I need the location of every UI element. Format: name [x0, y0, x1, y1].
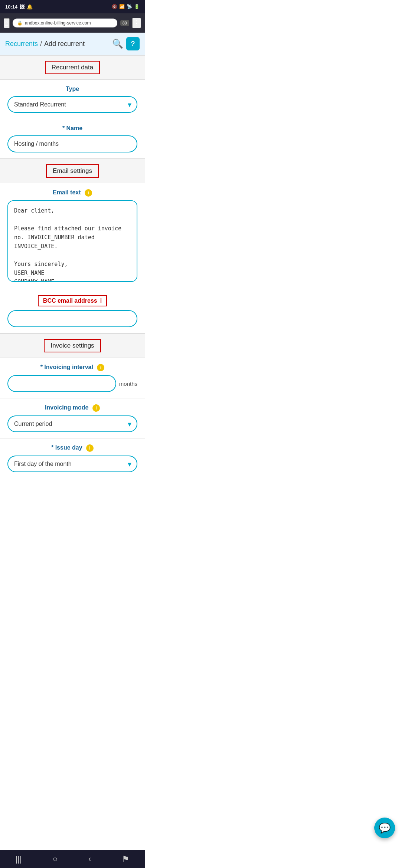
type-label: Type: [7, 86, 137, 92]
email-text-info-icon[interactable]: i: [85, 189, 92, 197]
issue-day-select-wrapper: First day of the month Last day of the m…: [7, 456, 137, 472]
type-select-wrapper: Standard Recurrent Other ▾: [7, 96, 137, 113]
invoicing-interval-section: * Invoicing interval i months: [0, 358, 145, 398]
mute-icon: 🔇: [112, 4, 117, 9]
name-required-marker: *: [62, 125, 66, 131]
browser-home-button[interactable]: ⌂: [4, 18, 10, 28]
invoicing-interval-required: *: [40, 364, 45, 370]
email-text-textarea[interactable]: Dear client, Please find attached our in…: [7, 200, 137, 282]
breadcrumb: Recurrents / Add recurrent: [5, 40, 85, 48]
bcc-email-input[interactable]: [7, 310, 137, 327]
name-input[interactable]: Hosting / months: [7, 135, 137, 152]
issue-day-info-icon[interactable]: i: [86, 444, 94, 452]
email-settings-title: Email settings: [46, 164, 99, 178]
invoicing-mode-label: Invoicing mode i: [7, 404, 137, 412]
bcc-label-text: BCC email address: [43, 297, 97, 304]
type-select[interactable]: Standard Recurrent Other: [7, 96, 137, 113]
search-button[interactable]: 🔍: [112, 39, 123, 49]
bcc-label-wrapper: BCC email address i: [7, 295, 137, 306]
url-text: andbox.online-billing-service.com: [25, 20, 91, 26]
email-text-label-text: Email text: [53, 189, 81, 195]
invoicing-interval-text: Invoicing interval: [44, 364, 93, 370]
page-content: Recurrent data Type Standard Recurrent O…: [0, 55, 145, 508]
bcc-label-box: BCC email address i: [38, 295, 107, 306]
browser-more-button[interactable]: ⋮: [132, 18, 141, 28]
time-display: 10:14: [5, 4, 17, 10]
status-icons: 🔇 📶 📡 🔋: [112, 4, 140, 9]
invoicing-interval-input[interactable]: [7, 375, 116, 392]
months-suffix: months: [119, 381, 137, 387]
breadcrumb-link-recurrents[interactable]: Recurrents: [5, 40, 38, 48]
invoicing-interval-label: * Invoicing interval i: [7, 364, 137, 371]
invoicing-mode-select-wrapper: Current period Next period ▾: [7, 415, 137, 432]
person-icon: 🔔: [27, 4, 33, 10]
invoice-settings-section-header: Invoice settings: [0, 333, 145, 358]
invoicing-mode-label-text: Invoicing mode: [45, 404, 88, 411]
header-actions: 🔍 ?: [112, 37, 140, 50]
browser-bar: ⌂ 🔒 andbox.online-billing-service.com 80…: [0, 13, 145, 33]
type-section: Type Standard Recurrent Other ▾: [0, 80, 145, 119]
signal-icon: 📡: [127, 4, 132, 9]
recurrent-data-section-header: Recurrent data: [0, 55, 145, 80]
help-button[interactable]: ?: [126, 37, 140, 50]
name-section: * Name Hosting / months: [0, 119, 145, 158]
invoicing-mode-select[interactable]: Current period Next period: [7, 415, 137, 432]
url-bar[interactable]: 🔒 andbox.online-billing-service.com: [13, 19, 117, 27]
issue-day-section: * Issue day i First day of the month Las…: [0, 438, 145, 478]
email-text-section: Email text i Dear client, Please find at…: [0, 183, 145, 289]
email-text-label: Email text i: [7, 189, 137, 197]
invoicing-mode-section: Invoicing mode i Current period Next per…: [0, 398, 145, 438]
app-header: Recurrents / Add recurrent 🔍 ?: [0, 33, 145, 55]
name-label: * Name: [7, 125, 137, 132]
issue-day-label: * Issue day i: [7, 444, 137, 452]
battery-icon: 🔋: [134, 4, 140, 9]
invoicing-interval-info-icon[interactable]: i: [97, 364, 104, 371]
name-label-text: Name: [66, 125, 83, 131]
breadcrumb-current-page: Add recurrent: [44, 40, 85, 48]
bcc-info-icon[interactable]: i: [100, 297, 102, 304]
issue-day-select[interactable]: First day of the month Last day of the m…: [7, 456, 137, 472]
invoice-settings-title: Invoice settings: [44, 339, 101, 352]
issue-day-required: *: [51, 444, 55, 451]
image-icon: 🖼: [20, 4, 25, 10]
status-bar: 10:14 🖼 🔔 🔇 📶 📡 🔋: [0, 0, 145, 13]
tab-count[interactable]: 80: [120, 20, 129, 26]
bcc-section: BCC email address i: [0, 289, 145, 333]
breadcrumb-separator: /: [40, 40, 42, 48]
status-time: 10:14 🖼 🔔: [5, 4, 33, 10]
email-settings-section-header: Email settings: [0, 159, 145, 183]
lock-icon: 🔒: [17, 20, 23, 26]
invoicing-mode-info-icon[interactable]: i: [92, 404, 100, 412]
invoicing-interval-input-wrapper: months: [7, 375, 137, 392]
issue-day-label-text: Issue day: [55, 444, 82, 451]
recurrent-data-title: Recurrent data: [45, 61, 100, 74]
wifi-icon: 📶: [119, 4, 125, 9]
